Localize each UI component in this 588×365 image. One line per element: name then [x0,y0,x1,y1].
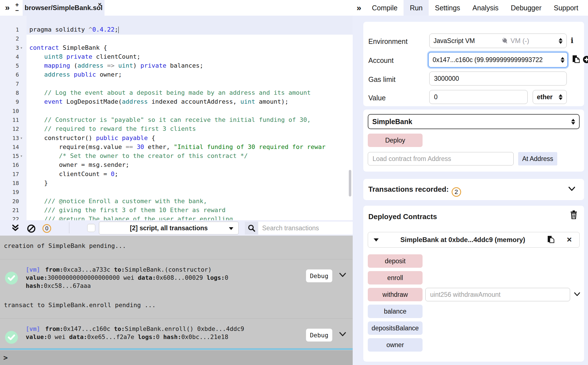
expand-transaction-icon[interactable] [339,331,347,339]
terminal-filter-select[interactable]: [2] script, all transactions [99,222,239,234]
copy-instance-icon[interactable] [547,235,555,244]
close-tab-icon[interactable]: ✕ [98,2,102,8]
deploy-button[interactable]: Deploy [368,134,423,147]
chevron-down-icon[interactable] [568,186,576,192]
tab-analysis[interactable]: Analysis [466,0,505,16]
debug-button[interactable]: Debug [306,329,332,342]
tab-compile[interactable]: Compile [366,0,404,16]
deposit-button[interactable]: deposit [368,254,423,268]
at-address-button[interactable]: At Address [518,152,557,165]
terminal[interactable]: remix creation of SimpleBank pending...[… [0,236,353,365]
value-input[interactable] [429,90,528,104]
instance-caret-icon[interactable] [374,238,379,241]
gas-limit-input[interactable] [429,72,567,86]
at-address-label: At Address [522,155,553,163]
line-number: 9 [0,97,19,106]
line-number: 15 [0,151,19,160]
fold-caret-icon[interactable]: ▾ [20,151,23,160]
line-number: 20 [0,197,19,206]
code-text: owner = msg.sender; [29,160,129,169]
owner-button-label: owner [387,341,404,349]
file-tab[interactable]: browser/SimpleBank.sol ✕ [23,0,105,16]
code-line-11: 11 // Constructor is "payable" so it can… [0,115,353,124]
toolbar-divider [69,222,69,233]
line-number: 10 [0,106,19,115]
transaction-entry[interactable]: [vm]from:0xca3...a733c to:SimpleBank.(co… [0,259,353,295]
remove-instance-icon[interactable]: ✕ [566,236,572,244]
depositsbalance-button-label: depositsBalance [372,324,419,332]
contract-select-value: SimpleBank [372,118,412,126]
fold-caret-icon[interactable]: ▾ [20,134,23,143]
deploy-card: SimpleBank Deploy At Address [363,110,584,172]
code-text: pragma solidity ^0.4.22; [29,25,119,34]
enroll-button[interactable]: enroll [368,271,423,285]
withdraw-button-input[interactable] [425,288,570,301]
code-line-10: 10 [0,106,353,115]
code-editor[interactable]: 1pragma solidity ^0.4.22;23▾contract Sim… [0,16,353,220]
transaction-line: value:30000000000000000000 wei data:0x60… [26,274,353,282]
success-check-icon [5,272,18,285]
environment-label: Environment [368,37,407,46]
vm-tag: [vm] [26,266,40,273]
expand-transaction-icon[interactable] [339,272,347,280]
spinner-arrows-icon [571,119,575,125]
code-text: uint8 private clientCount; [29,52,140,61]
code-text: mapping (address => uint) private balanc… [29,61,203,70]
copy-account-icon[interactable] [572,55,580,64]
code-text: event LogDepositMade(address indexed acc… [29,97,288,106]
prompt-symbol: > [3,354,8,362]
debug-button[interactable]: Debug [306,269,332,282]
code-line-15: 15▾ /* Set the owner to the creator of t… [0,151,353,160]
expand-withdraw-icon[interactable] [573,292,581,298]
transaction-entry[interactable]: [vm]from:0x147...c160c to:SimpleBank.enr… [0,319,353,346]
tab-debugger[interactable]: Debugger [505,0,548,16]
environment-info-icon[interactable]: i [571,36,573,45]
code-text: /// giving the first 3 of them 10 Ether … [29,206,226,215]
code-line-4: 4 uint8 private clientCount; [0,52,353,61]
line-number: 8 [0,88,19,97]
code-line-22: 22 /// @return The balance of the user a… [0,215,353,220]
code-text: // Constructor is "payable" so it can re… [29,115,311,124]
text-cursor [118,27,119,33]
vm-tag: [vm] [26,325,40,332]
code-line-20: 20 /// @notice Enroll a customer with th… [0,197,353,206]
tab-support[interactable]: Support [548,0,585,16]
code-line-12: 12 // required to reward the first 3 cli… [0,124,353,133]
clear-console-icon[interactable] [27,224,36,233]
load-contract-input[interactable] [368,152,514,165]
search-transactions-input[interactable] [258,222,353,234]
listen-network-checkbox[interactable] [87,224,95,232]
transactions-recorded-heading: Transactions recorded:2 [368,185,461,197]
value-unit-select[interactable]: ether [533,90,567,104]
tab-run[interactable]: Run [404,0,429,16]
tab-settings[interactable]: Settings [429,0,466,16]
code-line-13: 13▾ constructor() public payable { [0,134,353,143]
code-line-1: 1pragma solidity ^0.4.22; [0,25,353,34]
account-value: 0x147...c160c (99.9999999999993722 [433,56,543,64]
collapse-file-explorer-icon[interactable]: » [5,3,10,12]
account-select[interactable]: 0x147...c160c (99.9999999999993722 [428,52,568,68]
contract-select[interactable]: SimpleBank [368,114,580,129]
transaction-line: [vm]from:0xca3...a733c to:SimpleBank.(co… [26,266,353,274]
decrease-font-icon[interactable]: − [15,8,19,13]
contract-instance-row[interactable]: SimpleBank at 0xbde...4ddc9 (memory) ✕ [368,232,580,248]
environment-badge: VM (-) [511,37,529,45]
owner-button[interactable]: owner [368,338,423,352]
search-icon [248,224,255,232]
terminal-prompt[interactable]: > [0,350,353,365]
depositsbalance-button[interactable]: depositsBalance [368,321,423,335]
fold-caret-icon[interactable]: ▾ [20,43,23,52]
balance-button[interactable]: balance [368,305,423,318]
line-number: 3 [0,43,19,52]
spinner-arrows-icon [561,57,565,63]
environment-value: JavaScript VM [433,37,475,45]
collapse-panel-icon[interactable]: » [357,3,361,13]
trash-icon[interactable] [570,210,577,219]
expand-terminal-icon[interactable] [11,224,20,232]
create-account-icon[interactable] [582,55,588,64]
code-text: address public owner; [29,70,122,79]
environment-select[interactable]: JavaScript VM VM (-) [429,34,567,48]
spinner-arrows-icon [559,38,563,44]
editor-scrollbar[interactable] [349,170,351,196]
withdraw-button[interactable]: withdraw [368,288,423,301]
